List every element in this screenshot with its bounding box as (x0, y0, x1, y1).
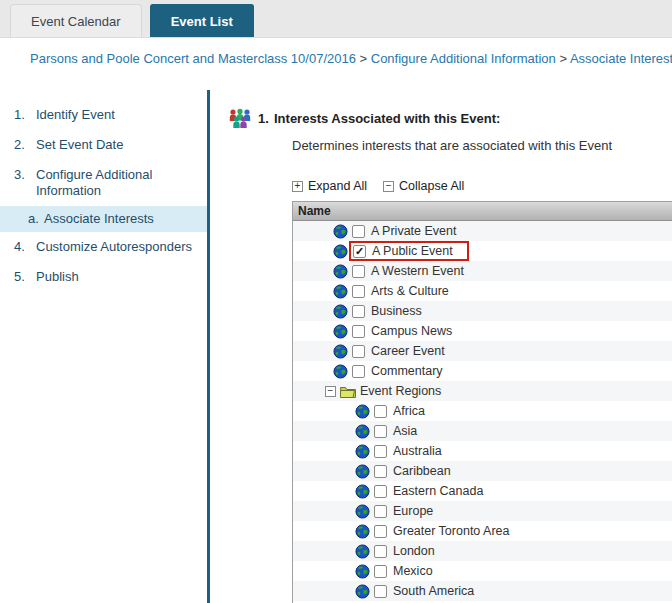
breadcrumb-item-configure-additional-informati[interactable]: Configure Additional Information (371, 51, 556, 66)
tree-row-africa: Africa (293, 401, 672, 421)
tab-event-list[interactable]: Event List (150, 4, 254, 37)
globe-icon (333, 364, 348, 379)
tree-row-europe: Europe (293, 501, 672, 521)
interest-label[interactable]: Business (371, 304, 422, 318)
globe-icon (355, 544, 370, 559)
step-letter: a. (28, 211, 44, 227)
question-block: 1. Interests Associated with this Event:… (228, 108, 672, 603)
interest-checkbox[interactable] (374, 485, 387, 498)
interest-label[interactable]: Africa (393, 404, 425, 418)
interest-label[interactable]: A Western Event (371, 264, 464, 278)
step-number: 5. (14, 269, 36, 285)
main-content: 1. Interests Associated with this Event:… (210, 78, 672, 603)
globe-icon (355, 524, 370, 539)
interest-checkbox[interactable] (352, 325, 365, 338)
interest-checkbox[interactable] (374, 405, 387, 418)
interest-checkbox[interactable] (352, 365, 365, 378)
tree-row-commentary: Commentary (293, 361, 672, 381)
interest-checkbox[interactable] (352, 305, 365, 318)
interest-label[interactable]: Asia (393, 424, 417, 438)
interest-checkbox[interactable]: ✓ (353, 245, 366, 258)
tree-row-a-private-event: A Private Event (293, 221, 672, 241)
breadcrumb-item-associate-interests[interactable]: Associate Interests (570, 51, 672, 66)
interest-checkbox[interactable] (374, 505, 387, 518)
step-label: Set Event Date (36, 137, 123, 153)
interest-label[interactable]: A Private Event (371, 224, 456, 238)
sidebar-item-configure-additional-information[interactable]: 3.Configure Additional Information (0, 160, 207, 206)
expand-all-button[interactable]: + Expand All (292, 179, 367, 193)
interest-label[interactable]: South America (393, 584, 474, 598)
globe-icon (333, 324, 348, 339)
globe-icon (355, 424, 370, 439)
globe-icon (333, 244, 348, 259)
interest-checkbox[interactable] (352, 285, 365, 298)
tree-row-australia: Australia (293, 441, 672, 461)
tree-row-eastern-canada: Eastern Canada (293, 481, 672, 501)
collapse-all-label: Collapse All (399, 179, 464, 193)
interest-label[interactable]: Caribbean (393, 464, 451, 478)
tree-toolbar: + Expand All − Collapse All (292, 179, 672, 193)
step-number: 3. (14, 167, 36, 199)
interest-label[interactable]: Greater Toronto Area (393, 524, 510, 538)
interest-checkbox[interactable] (374, 425, 387, 438)
globe-icon (355, 484, 370, 499)
interest-checkbox[interactable] (352, 265, 365, 278)
interest-label[interactable]: Mexico (393, 564, 433, 578)
sidebar-item-identify-event[interactable]: 1.Identify Event (0, 100, 207, 130)
interest-label[interactable]: London (393, 544, 435, 558)
interest-checkbox[interactable] (374, 545, 387, 558)
globe-icon (333, 304, 348, 319)
interest-label[interactable]: A Public Event (372, 244, 453, 258)
sidebar-item-set-event-date[interactable]: 2.Set Event Date (0, 130, 207, 160)
tab-bar: Event Calendar Event List (0, 0, 672, 38)
tree-row-caribbean: Caribbean (293, 461, 672, 481)
minus-box-icon: − (383, 181, 394, 192)
interest-label[interactable]: Career Event (371, 344, 445, 358)
folder-icon (340, 384, 356, 399)
highlight-box: ✓A Public Event (349, 241, 469, 261)
globe-icon (355, 564, 370, 579)
breadcrumb-separator: > (356, 51, 371, 66)
interest-checkbox[interactable] (374, 585, 387, 598)
globe-icon (355, 444, 370, 459)
question-body: Interests Associated with this Event: De… (274, 111, 672, 603)
tree-row-greater-toronto-area: Greater Toronto Area (293, 521, 672, 541)
collapse-all-button[interactable]: − Collapse All (383, 179, 464, 193)
sidebar-nav: 1.Identify Event2.Set Event Date3.Config… (0, 78, 207, 603)
interest-label[interactable]: Eastern Canada (393, 484, 483, 498)
tree-row-a-western-event: A Western Event (293, 261, 672, 281)
interest-label[interactable]: Europe (393, 504, 433, 518)
step-label: Associate Interests (44, 211, 154, 227)
globe-icon (333, 264, 348, 279)
question-number: 1. (258, 111, 274, 126)
interest-label[interactable]: Event Regions (360, 384, 441, 398)
globe-icon (333, 344, 348, 359)
sidebar-item-customize-autoresponders[interactable]: 4.Customize Autoresponders (0, 232, 207, 262)
tab-event-calendar[interactable]: Event Calendar (10, 4, 142, 37)
interest-checkbox[interactable] (374, 565, 387, 578)
tree-row-event-regions: −Event Regions (293, 381, 672, 401)
interest-tree: A Private Event✓A Public EventA Western … (293, 221, 672, 603)
interest-label[interactable]: Commentary (371, 364, 443, 378)
interest-label[interactable]: Campus News (371, 324, 452, 338)
sidebar-item-publish[interactable]: 5.Publish (0, 262, 207, 292)
expand-all-label: Expand All (308, 179, 367, 193)
collapse-toggle-icon[interactable]: − (325, 386, 336, 397)
tree-row-mexico: Mexico (293, 561, 672, 581)
interest-checkbox[interactable] (374, 525, 387, 538)
interest-label[interactable]: Australia (393, 444, 442, 458)
interest-checkbox[interactable] (352, 225, 365, 238)
tree-row-career-event: Career Event (293, 341, 672, 361)
step-label: Identify Event (36, 107, 115, 123)
interest-label[interactable]: Arts & Culture (371, 284, 449, 298)
sidebar-subitem-associate-interests[interactable]: a.Associate Interests (0, 206, 207, 232)
plus-box-icon: + (292, 181, 303, 192)
globe-icon (355, 584, 370, 599)
breadcrumb-separator: > (556, 51, 570, 66)
interest-checkbox[interactable] (374, 465, 387, 478)
tree-row-london: London (293, 541, 672, 561)
interest-checkbox[interactable] (352, 345, 365, 358)
step-label: Customize Autoresponders (36, 239, 192, 255)
interest-checkbox[interactable] (374, 445, 387, 458)
breadcrumb-item-parsons-and-poole-concert-and-[interactable]: Parsons and Poole Concert and Masterclas… (30, 51, 356, 66)
